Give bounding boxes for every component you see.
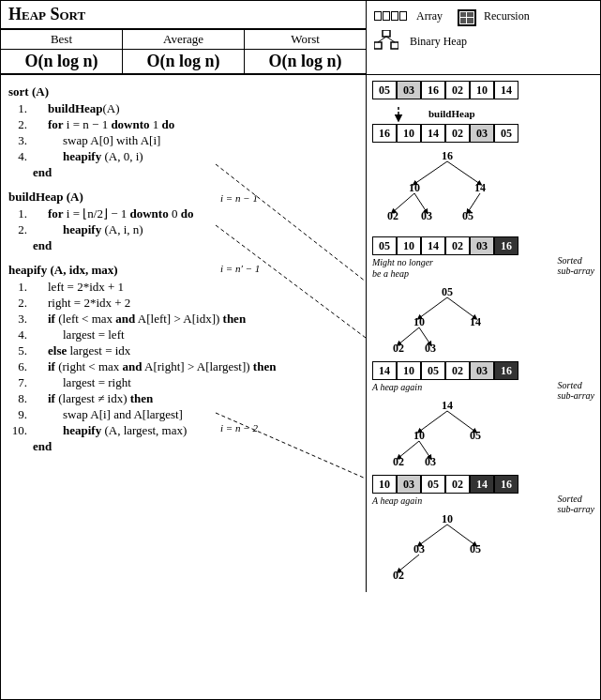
a2-0: 16: [372, 124, 397, 143]
heapify-line-3: 3. if (left < max and A[left] > A[idx]) …: [8, 312, 358, 327]
heapify-line-1: 1. left = 2*idx + 1: [8, 280, 358, 295]
tree3-svg: 14 10 05 02 03: [372, 394, 522, 467]
buildheap-title: buildHeap (A): [8, 190, 358, 205]
sort-line-2: 2. for i = n − 1 downto 1 do: [8, 117, 358, 132]
a4-4: 03: [470, 361, 494, 380]
section-5: 10 03 05 02 14 16 Sortedsub-array A heap…: [372, 475, 594, 583]
recursion-label: Recursion: [484, 9, 530, 23]
header-right: Array Recursion: [367, 1, 600, 74]
app-container: Heap Sort Best Average Worst O(n log n) …: [1, 1, 600, 592]
svg-text:03: 03: [425, 342, 436, 354]
svg-text:14: 14: [470, 315, 481, 328]
t1-l: 10: [409, 181, 420, 194]
section-3: 05 10 14 02 03 16 Sortedsub-array Might …: [372, 236, 594, 356]
heapify-line-9: 9. swap A[i] and A[largest]: [8, 407, 358, 422]
a2-1: 10: [397, 124, 421, 143]
legend-array: Array Recursion: [374, 7, 593, 26]
a3-5: 16: [494, 236, 518, 255]
svg-text:10: 10: [413, 429, 425, 442]
a5-1: 03: [397, 475, 421, 494]
page-title: Heap Sort: [1, 1, 366, 29]
a5-5: 16: [494, 475, 518, 494]
buildheap-line-2: 2. heapify (A, i, n): [8, 222, 358, 237]
heapify-title: heapify (A, idx, max): [8, 263, 358, 278]
label4-left: A heap again: [372, 382, 438, 393]
t1-ll: 02: [387, 209, 398, 222]
a5-4: 14: [470, 475, 494, 494]
heapify-line-10: 10. heapify (A, largest, max): [8, 423, 358, 438]
tree2-svg: 05 10 14 02 03: [372, 281, 522, 354]
array-3: 05 10 14 02 03 16: [372, 236, 594, 255]
col-worst: Worst: [245, 30, 366, 50]
array4-row-wrapper: 14 10 05 02 03 16 Sortedsub-array: [372, 361, 594, 380]
a2-2: 14: [421, 124, 445, 143]
cell-5: 14: [494, 81, 518, 99]
svg-text:10: 10: [413, 315, 425, 328]
array-initial: 05 03 16 02 10 14: [372, 81, 594, 99]
heapify-line-5: 5. else largest = idx: [8, 343, 358, 358]
array-4: 14 10 05 02 03 16: [372, 361, 594, 380]
a3-1: 10: [397, 236, 421, 255]
a3-3: 02: [445, 236, 470, 255]
sorted-label-3: Sortedsub-array: [558, 494, 594, 514]
svg-rect-2: [391, 42, 398, 49]
section-4: 14 10 05 02 03 16 Sortedsub-array A heap…: [372, 361, 594, 469]
a3-2: 14: [421, 236, 445, 255]
svg-text:02: 02: [393, 569, 404, 581]
sorted-label-1: Sortedsub-array: [558, 255, 594, 276]
complexity-table: Best Average Worst O(n log n) O(n log n)…: [1, 29, 366, 74]
a4-1: 10: [397, 361, 421, 380]
sort-title: sort (A): [8, 84, 358, 99]
array-2: 16 10 14 02 03 05: [372, 124, 594, 143]
heapify-line-4: 4. largest = left: [8, 327, 358, 342]
buildheap-end: end: [8, 238, 358, 253]
a2-4: 03: [470, 124, 494, 143]
tree1-container: 16 10 14 02 03 05: [372, 145, 594, 231]
tree4-svg: 10 03 05 02: [372, 508, 522, 581]
a2-3: 02: [445, 124, 470, 143]
svg-text:03: 03: [425, 455, 436, 467]
left-panel: sort (A) 1. buildHeap(A) 2. for i = n − …: [1, 75, 367, 592]
cell-1: 03: [397, 81, 421, 99]
svg-rect-0: [383, 30, 390, 37]
header-left: Heap Sort Best Average Worst O(n log n) …: [1, 1, 367, 74]
array3-row-wrapper: 05 10 14 02 03 16 Sortedsub-array: [372, 236, 594, 255]
array-label: Array: [416, 9, 443, 23]
sort-line-4: 4. heapify (A, 0, i): [8, 149, 358, 164]
complexity-average: O(n log n): [122, 50, 244, 74]
sorted-label-2: Sortedsub-array: [558, 380, 594, 401]
tree2-container: 05 10 14 02 03: [372, 281, 594, 356]
section-initial: 05 03 16 02 10 14: [372, 81, 594, 99]
t1-rl: 05: [462, 209, 473, 222]
heapify-line-7: 7. largest = right: [8, 375, 358, 390]
sort-section: sort (A) 1. buildHeap(A) 2. for i = n − …: [8, 84, 358, 180]
binaryheap-label: Binary Heap: [410, 35, 467, 49]
tree4-container: 10 03 05 02: [372, 508, 594, 583]
svg-text:10: 10: [442, 512, 453, 525]
svg-text:03: 03: [413, 542, 425, 555]
array5-row-wrapper: 10 03 05 02 14 16 Sortedsub-array: [372, 475, 594, 494]
a4-2: 05: [421, 361, 445, 380]
svg-text:02: 02: [393, 342, 404, 354]
complexity-best: O(n log n): [1, 50, 122, 74]
a4-5: 16: [494, 361, 518, 380]
svg-text:05: 05: [442, 285, 453, 298]
tree1-svg: 16 10 14 02 03 05: [372, 145, 522, 229]
a3-4: 03: [470, 236, 494, 255]
binaryheap-icon: [374, 30, 398, 54]
a5-3: 02: [445, 475, 470, 494]
heapify-end: end: [8, 439, 358, 454]
sort-line-3: 3. swap A[0] with A[i]: [8, 133, 358, 148]
cell-2: 16: [421, 81, 445, 99]
complexity-worst: O(n log n): [245, 50, 366, 74]
recursion-icon: [458, 7, 476, 26]
svg-line-4: [386, 37, 395, 42]
a5-2: 05: [421, 475, 445, 494]
array-icon: [374, 11, 407, 21]
svg-text:02: 02: [393, 455, 404, 467]
buildheap-label: buildHeap: [428, 108, 475, 119]
t1-r: 14: [474, 181, 486, 194]
a2-5: 05: [494, 124, 518, 143]
header: Heap Sort Best Average Worst O(n log n) …: [1, 1, 600, 75]
heapify-section: heapify (A, idx, max) 1. left = 2*idx + …: [8, 263, 358, 454]
